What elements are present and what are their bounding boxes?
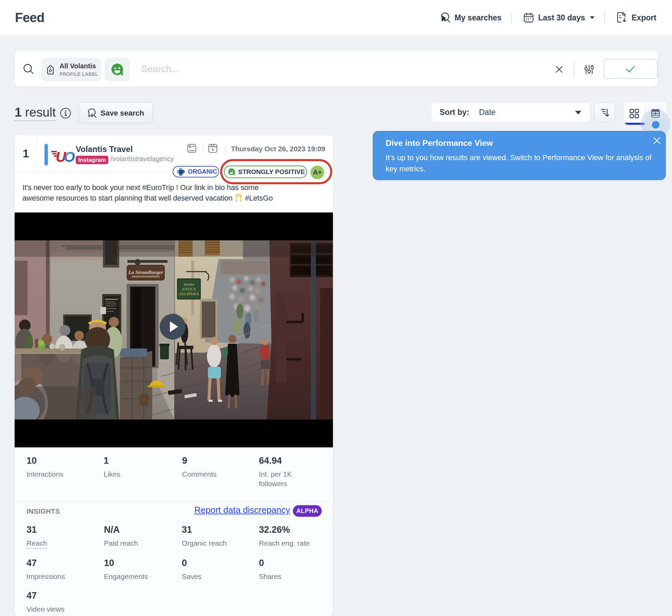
svg-text:P: P xyxy=(49,68,52,73)
svg-text:O: O xyxy=(64,149,75,165)
